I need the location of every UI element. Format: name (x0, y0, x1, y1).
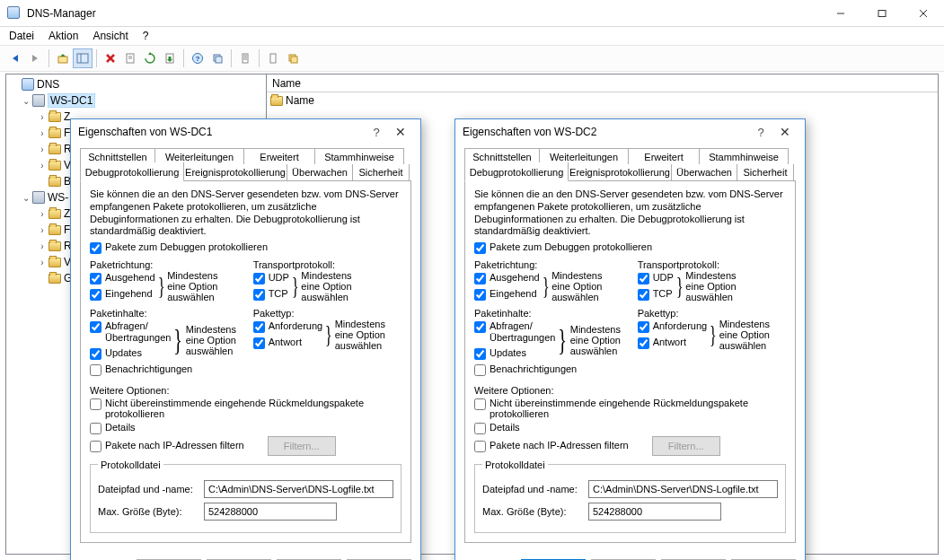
tab-eventlog[interactable]: Ereignisprotokollierung (183, 164, 287, 181)
menu-view[interactable]: Ansicht (93, 30, 128, 42)
tab-security[interactable]: Sicherheit (737, 164, 794, 181)
hint-text: Mindestens eine Option auswählen (301, 270, 355, 302)
input-path[interactable] (204, 480, 393, 498)
brace-icon: } (174, 331, 183, 349)
label-packettype: Pakettyp: (253, 308, 401, 319)
refresh-button[interactable] (140, 48, 160, 68)
label-transport: Transportprotokoll: (253, 259, 401, 270)
menu-help[interactable]: ? (143, 30, 149, 42)
context-help-button[interactable]: ? (365, 126, 388, 139)
dialog-close-button[interactable]: ✕ (772, 125, 798, 139)
label-size: Max. Größe (Byte): (482, 506, 581, 517)
dialog-title: Eigenschaften von WS-DC2 (463, 126, 749, 138)
tab-advanced[interactable]: Erweitert (628, 148, 700, 165)
minimize-button[interactable] (820, 0, 861, 27)
help-button[interactable]: ? (188, 48, 207, 68)
close-button[interactable] (903, 0, 944, 27)
svg-rect-21 (270, 54, 276, 63)
properties-button[interactable] (120, 48, 140, 68)
checkbox-udp[interactable] (253, 273, 265, 284)
brace-icon: } (559, 331, 568, 349)
input-path[interactable] (588, 480, 778, 498)
hint-text: Mindestens eine Option auswählen (167, 270, 221, 302)
checkbox-response[interactable] (253, 337, 265, 349)
label-direction: Paketrichtung: (90, 259, 246, 270)
list-item-label: Name (286, 94, 314, 107)
checkbox-incoming[interactable] (90, 289, 101, 301)
input-size[interactable] (204, 503, 337, 521)
checkbox-tcp[interactable] (638, 289, 649, 301)
item3-button[interactable] (283, 48, 303, 68)
back-button[interactable] (5, 48, 25, 68)
menu-file[interactable]: Datei (9, 30, 34, 42)
delete-button[interactable] (101, 48, 120, 68)
tab-content: Sie können die an den DNS-Server gesende… (80, 180, 411, 543)
fieldset-legend: Protokolldatei (482, 459, 548, 470)
checkbox-queries[interactable] (474, 321, 486, 333)
checkbox-incoming[interactable] (474, 289, 486, 301)
tab-debuglog[interactable]: Debugprotokollierung (80, 162, 184, 181)
tree-server-wsdc1[interactable]: ⌄WS-DC1 (6, 92, 266, 109)
checkbox-notifications[interactable] (90, 364, 101, 376)
list-item[interactable]: Name (267, 92, 938, 109)
svg-rect-16 (216, 57, 222, 63)
input-size[interactable] (588, 503, 721, 521)
label-path: Dateipfad und -name: (98, 484, 197, 494)
checkbox-request[interactable] (253, 321, 265, 333)
checkbox-outgoing[interactable] (90, 273, 101, 284)
item1-button[interactable] (235, 48, 255, 68)
checkbox-details[interactable] (474, 423, 486, 434)
menu-action[interactable]: Aktion (49, 30, 78, 42)
dialog-titlebar[interactable]: Eigenschaften von WS-DC1 ? ✕ (71, 119, 420, 144)
console-tree-button[interactable] (73, 48, 93, 68)
brace-icon: } (710, 328, 717, 343)
checkbox-udp[interactable] (638, 273, 649, 284)
checkbox-unmatched[interactable] (90, 398, 101, 410)
forward-button[interactable] (25, 48, 45, 68)
dialog-title: Eigenschaften von WS-DC1 (78, 126, 365, 138)
checkbox-queries[interactable] (90, 321, 101, 333)
checkbox-tcp[interactable] (253, 289, 265, 301)
window-title: DNS-Manager (27, 7, 820, 20)
filter-button[interactable]: Filtern... (652, 436, 720, 456)
checkbox-debug-packets[interactable] (90, 242, 101, 254)
filter-button[interactable]: Filtern... (268, 436, 336, 456)
tab-advanced[interactable]: Erweitert (243, 148, 315, 165)
checkbox-ipfilter[interactable] (474, 441, 486, 452)
checkbox-notifications[interactable] (474, 364, 486, 376)
svg-rect-23 (291, 57, 297, 63)
checkbox-ipfilter[interactable] (90, 441, 101, 452)
checkbox-updates[interactable] (90, 348, 101, 360)
checkbox-response[interactable] (638, 337, 649, 349)
tab-roothints[interactable]: Stammhinweise (699, 148, 789, 165)
column-name[interactable]: Name (272, 77, 301, 90)
label-direction: Paketrichtung: (474, 259, 631, 270)
tab-debuglog[interactable]: Debugprotokollierung (464, 162, 569, 181)
checkbox-details[interactable] (90, 423, 101, 434)
svg-rect-5 (77, 54, 88, 63)
checkbox-unmatched[interactable] (474, 398, 486, 410)
dialog-close-button[interactable]: ✕ (388, 125, 413, 139)
tab-security[interactable]: Sicherheit (352, 164, 410, 181)
properties-dialog-wsdc1: Eigenschaften von WS-DC1 ? ✕ Schnittstel… (70, 118, 421, 560)
checkbox-outgoing[interactable] (474, 273, 486, 284)
list-header[interactable]: Name (267, 74, 938, 92)
tab-roothints[interactable]: Stammhinweise (314, 148, 404, 165)
checkbox-updates[interactable] (474, 348, 486, 360)
up-button[interactable] (53, 48, 73, 68)
label-packettype: Pakettyp: (638, 308, 786, 319)
hint-text: Mindestens eine Option auswählen (685, 270, 739, 302)
checkbox-debug-packets[interactable] (474, 242, 486, 254)
maximize-button[interactable] (861, 0, 903, 27)
tab-eventlog[interactable]: Ereignisprotokollierung (568, 164, 672, 181)
export-button[interactable] (160, 48, 180, 68)
tab-monitoring[interactable]: Überwachen (671, 164, 737, 181)
hint-text: Mindestens eine Option auswählen (186, 324, 240, 356)
item2-button[interactable] (263, 48, 283, 68)
checkbox-request[interactable] (638, 321, 649, 333)
context-help-button[interactable]: ? (749, 126, 772, 139)
tab-monitoring[interactable]: Überwachen (287, 164, 353, 181)
tree-root-dns[interactable]: DNS (6, 76, 266, 92)
new-window-button[interactable] (207, 48, 227, 68)
dialog-titlebar[interactable]: Eigenschaften von WS-DC2 ? ✕ (455, 119, 805, 144)
